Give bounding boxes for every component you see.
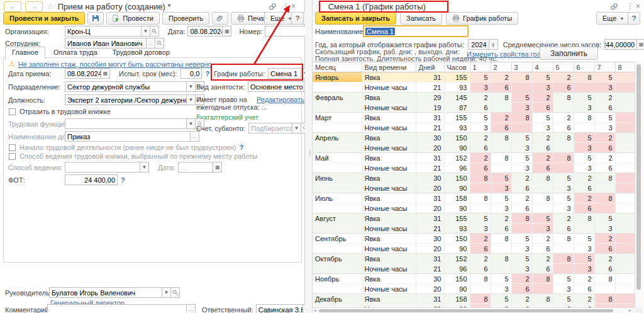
schedule-cell[interactable]: 31	[416, 72, 444, 83]
horizontal-scrollbar[interactable]: ◂ ▸	[313, 307, 635, 313]
schedule-cell[interactable]: 8	[594, 173, 615, 183]
schedule-cell[interactable]: 3	[574, 163, 594, 173]
schedule-cell[interactable]: 2	[532, 254, 553, 264]
schedule-cell[interactable]: Явка	[362, 213, 416, 224]
schedule-cell[interactable]: 155	[444, 72, 470, 83]
schedule-cell[interactable]: 20	[416, 203, 444, 213]
tab-contract[interactable]: Трудовой договор	[106, 47, 177, 59]
schedule-cell[interactable]: 8	[491, 93, 511, 103]
month-cell[interactable]: Февраль	[313, 93, 362, 103]
schedule-cell[interactable]: 2	[491, 113, 511, 123]
schedule-cell[interactable]: 21	[416, 83, 444, 93]
date-field[interactable]: 08.08.2024	[187, 26, 223, 37]
schedule-cell[interactable]: 2	[594, 153, 615, 163]
schedule-cell[interactable]: 2	[594, 93, 615, 103]
department-dropdown-button[interactable]: ▼	[187, 81, 196, 92]
schedule-cell[interactable]: Ночные часы	[362, 143, 416, 153]
schedule-cell[interactable]: 2	[470, 234, 491, 244]
schedule-cell[interactable]: 8	[594, 193, 615, 203]
column-header[interactable]: Дней	[416, 62, 444, 72]
schedule-cell[interactable]	[615, 213, 635, 224]
date-calendar-button[interactable]: ▦	[223, 26, 231, 37]
schedule-cell[interactable]: 2	[532, 133, 553, 143]
schedule-cell[interactable]: 21	[416, 163, 444, 173]
schedule-cell[interactable]	[615, 113, 635, 123]
schedule-cell[interactable]: 8	[532, 274, 553, 284]
month-cell[interactable]: Ноябрь	[313, 274, 362, 284]
schedule-cell[interactable]	[615, 264, 635, 274]
schedule-cell[interactable]: 20	[416, 183, 444, 193]
schedule-cell[interactable]	[615, 173, 635, 183]
method-dropdown-button[interactable]: ▼	[140, 162, 149, 173]
column-header[interactable]: Часов	[444, 62, 470, 72]
schedule-cell[interactable]: 6	[553, 83, 574, 93]
schedule-cell[interactable]: 29	[416, 93, 444, 103]
schedule-cell[interactable]: 5	[532, 213, 553, 224]
schedule-cell[interactable]: 2	[594, 133, 615, 143]
schedule-cell[interactable]: 145	[444, 93, 470, 103]
schedule-cell[interactable]: 6	[553, 224, 574, 234]
schedule-cell[interactable]: 6	[594, 103, 615, 113]
column-header[interactable]: 1	[470, 62, 491, 72]
schedule-cell[interactable]: 2	[511, 173, 532, 183]
avg-hours-field[interactable]: 244,00000	[604, 39, 637, 50]
schedule-cell[interactable]: 3	[511, 103, 532, 113]
schedule-cell[interactable]: 155	[444, 213, 470, 224]
schedule-cell[interactable]: 8	[491, 153, 511, 163]
manager-open-button[interactable]	[171, 287, 180, 298]
schedule-cell[interactable]: 5	[491, 274, 511, 284]
schedule-cell[interactable]	[615, 72, 635, 83]
position-field[interactable]: Эксперт 2 категории /Сектор дежурной слу…	[65, 94, 187, 105]
schedule-cell[interactable]: 20	[416, 143, 444, 153]
column-header[interactable]: 5	[553, 62, 574, 72]
schedule-cell[interactable]: 6	[532, 103, 553, 113]
schedule-cell[interactable]: 8	[511, 72, 532, 83]
schedule-cell[interactable]: Явка	[362, 113, 416, 123]
schedule-cell[interactable]: 8	[470, 173, 491, 183]
schedule-cell[interactable]: 5	[594, 113, 615, 123]
schedule-cell[interactable]: 6	[470, 244, 491, 254]
position-dropdown-button[interactable]: ▼	[187, 94, 196, 105]
month-cell[interactable]	[313, 284, 362, 294]
method-date-field[interactable]: . .	[178, 162, 213, 173]
schedule-cell[interactable]: 8	[470, 274, 491, 284]
month-cell[interactable]: Январь	[313, 72, 362, 83]
schedule-cell[interactable]: 3	[491, 183, 511, 193]
schedule-cell[interactable]: 6	[470, 103, 491, 113]
schedule-cell[interactable]	[491, 264, 511, 274]
schedule-cell[interactable]: 8	[491, 254, 511, 264]
fill-button[interactable]: Заполнить	[540, 47, 598, 60]
schedule-cell[interactable]: 2	[470, 93, 491, 103]
schedule-cell[interactable]	[511, 224, 532, 234]
schedule-cell[interactable]: 5	[511, 254, 532, 264]
schedule-cell[interactable]: 21	[416, 224, 444, 234]
left-help-button[interactable]: ?	[291, 12, 304, 25]
right-more-button[interactable]: Еще ▼	[596, 12, 630, 25]
schedule-cell[interactable]: Явка	[362, 294, 416, 304]
month-cell[interactable]	[313, 143, 362, 153]
schedule-cell[interactable]: 8	[553, 254, 574, 264]
schedule-cell[interactable]: 2	[594, 254, 615, 264]
schedule-cell[interactable]: 8	[532, 173, 553, 183]
schedule-cell[interactable]	[615, 234, 635, 244]
schedule-cell[interactable]	[615, 153, 635, 163]
schedule-cell[interactable]: 152	[444, 254, 470, 264]
column-header[interactable]: 8	[615, 62, 635, 72]
schedule-cell[interactable]: Явка	[362, 153, 416, 163]
attachment-button[interactable]	[212, 12, 228, 25]
schedule-cell[interactable]: 150	[444, 274, 470, 284]
save-button[interactable]	[87, 12, 104, 25]
schedule-cell[interactable]: 2	[532, 93, 553, 103]
schedule-cell[interactable]	[532, 203, 553, 213]
schedule-cell[interactable]	[470, 183, 491, 193]
schedule-cell[interactable]: 31	[416, 294, 444, 304]
schedule-cell[interactable]: 2	[553, 72, 574, 83]
schedule-cell[interactable]: 5	[574, 133, 594, 143]
schedule-cell[interactable]: 5	[553, 193, 574, 203]
schedule-cell[interactable]: 8	[553, 234, 574, 244]
schedule-cell[interactable]: 5	[491, 193, 511, 203]
schedule-cell[interactable]: 3	[574, 143, 594, 153]
schedule-cell[interactable]: 8	[511, 113, 532, 123]
schedule-cell[interactable]	[615, 143, 635, 153]
schedule-cell[interactable]: 2	[574, 193, 594, 203]
